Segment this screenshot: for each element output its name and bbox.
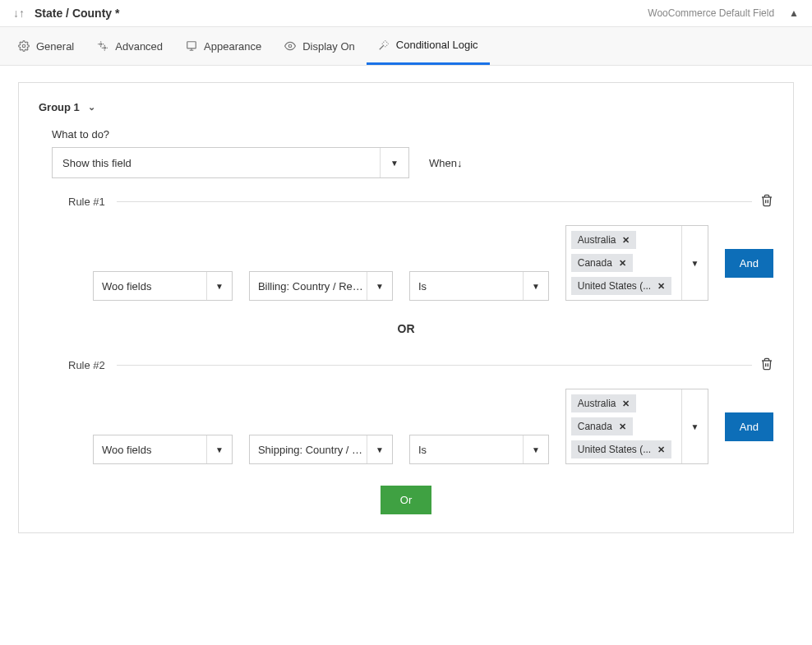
divider [117, 365, 752, 366]
and-button[interactable]: And [725, 412, 773, 441]
tab-advanced[interactable]: Advanced [85, 27, 174, 65]
source-value: Woo fields [102, 444, 151, 456]
field-header: ↓↑ State / County * WooCommerce Default … [0, 0, 812, 27]
chip-label: Australia [578, 398, 616, 409]
svg-point-0 [22, 44, 25, 48]
operator-select[interactable]: Is▼ [409, 435, 549, 464]
trash-icon[interactable] [760, 357, 773, 374]
field-title: State / County * [35, 7, 648, 20]
collapse-icon[interactable]: ▲ [789, 7, 799, 19]
field-value: Billing: Country / Regi... [258, 280, 367, 293]
and-button[interactable]: And [725, 249, 773, 278]
chip-label: Canada [578, 421, 612, 432]
chip-label: United States (... [578, 280, 651, 292]
values-multiselect[interactable]: Australia✕ Canada✕ United States (...✕ ▼ [565, 225, 708, 301]
chip: United States (...✕ [571, 440, 671, 458]
remove-chip-icon[interactable]: ✕ [657, 281, 665, 292]
svg-point-4 [288, 44, 292, 48]
group-label: Group 1 [39, 101, 80, 113]
operator-value: Is [418, 280, 427, 293]
caret-down-icon: ▼ [367, 272, 384, 300]
divider [117, 201, 752, 202]
field-meta: WooCommerce Default Field [648, 7, 774, 19]
tab-conditional-logic[interactable]: Conditional Logic [367, 27, 490, 65]
caret-down-icon: ▼ [523, 435, 540, 463]
chip: Australia✕ [571, 231, 637, 249]
source-value: Woo fields [102, 280, 151, 293]
field-select[interactable]: Shipping: Country / R...▼ [249, 435, 393, 464]
operator-value: Is [418, 444, 427, 456]
caret-down-icon: ▼ [367, 435, 384, 463]
tab-label: Conditional Logic [396, 39, 478, 51]
remove-chip-icon[interactable]: ✕ [657, 445, 665, 455]
rule-title: Rule #2 [68, 359, 105, 371]
what-to-do-label: What to do? [52, 128, 773, 141]
values-multiselect[interactable]: Australia✕ Canada✕ United States (...✕ ▼ [565, 389, 708, 464]
source-select[interactable]: Woo fields▼ [93, 271, 233, 301]
rule-title: Rule #1 [68, 196, 105, 208]
field-value: Shipping: Country / R... [258, 444, 367, 456]
tab-label: General [36, 40, 74, 53]
chip: United States (...✕ [571, 277, 671, 295]
gear-icon [18, 40, 30, 52]
tab-general[interactable]: General [7, 27, 85, 65]
caret-down-icon: ▼ [380, 148, 399, 177]
chip: Canada✕ [571, 417, 633, 435]
svg-point-2 [104, 47, 105, 48]
remove-chip-icon[interactable]: ✕ [619, 422, 626, 432]
source-select[interactable]: Woo fields▼ [93, 435, 233, 464]
wand-icon [378, 39, 390, 51]
when-label: When↓ [429, 157, 462, 169]
trash-icon[interactable] [760, 193, 773, 210]
tab-label: Appearance [204, 40, 261, 53]
tabs-bar: General Advanced Appearance Display On C… [0, 27, 812, 66]
remove-chip-icon[interactable]: ✕ [619, 258, 626, 269]
operator-select[interactable]: Is▼ [409, 271, 549, 301]
caret-down-icon[interactable]: ▼ [681, 389, 708, 463]
tab-label: Advanced [115, 40, 163, 53]
chevron-down-icon: ⌄ [88, 102, 95, 113]
remove-chip-icon[interactable]: ✕ [622, 399, 630, 409]
chip-label: Australia [578, 234, 616, 246]
tab-label: Display On [302, 40, 355, 53]
or-button[interactable]: Or [381, 486, 431, 514]
action-value: Show this field [62, 157, 131, 169]
caret-down-icon: ▼ [523, 272, 540, 300]
or-divider: OR [39, 322, 773, 335]
caret-down-icon[interactable]: ▼ [681, 226, 708, 300]
svg-rect-3 [187, 42, 196, 48]
caret-down-icon: ▼ [206, 435, 224, 463]
drag-handle-icon[interactable]: ↓↑ [13, 7, 25, 20]
group-header[interactable]: Group 1 ⌄ [39, 101, 773, 113]
field-select[interactable]: Billing: Country / Regi...▼ [249, 271, 393, 301]
gears-icon [97, 40, 108, 52]
eye-icon [284, 40, 296, 52]
chip: Australia✕ [571, 394, 637, 412]
svg-point-1 [100, 44, 102, 45]
tab-display-on[interactable]: Display On [273, 27, 367, 65]
conditional-panel: Group 1 ⌄ What to do? Show this field ▼ … [18, 82, 794, 533]
rule-block: Rule #1 Woo fields▼ Billing: Country / R… [68, 193, 773, 301]
chip: Canada✕ [571, 254, 633, 272]
chip-label: United States (... [578, 444, 651, 455]
caret-down-icon: ▼ [206, 272, 224, 300]
appearance-icon [186, 40, 197, 52]
rule-block: Rule #2 Woo fields▼ Shipping: Country / … [68, 357, 773, 464]
remove-chip-icon[interactable]: ✕ [622, 235, 630, 246]
tab-appearance[interactable]: Appearance [174, 27, 273, 65]
action-select[interactable]: Show this field ▼ [52, 147, 409, 178]
chip-label: Canada [578, 257, 612, 269]
